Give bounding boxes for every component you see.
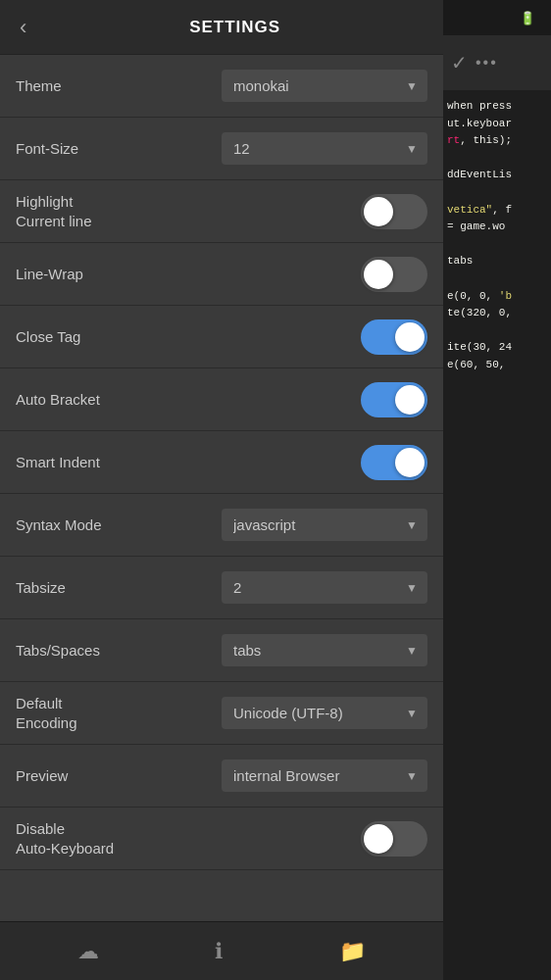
toggle-thumb xyxy=(395,448,425,477)
code-line: tabs xyxy=(447,253,547,270)
code-line: ite(30, 24 xyxy=(447,339,547,357)
setting-label-disable-auto-keyboard: DisableAuto-Keyboard xyxy=(16,819,192,858)
theme-dropdown-wrapper: monokai solarized tomorrow cobalt ▼ xyxy=(222,70,427,102)
code-line: ddEventLis xyxy=(447,167,547,184)
status-bar-right: 🔋 xyxy=(520,11,535,25)
setting-label-highlight-current-line: HighlightCurrent line xyxy=(16,192,192,230)
theme-dropdown[interactable]: monokai solarized tomorrow cobalt xyxy=(222,70,427,102)
setting-control-highlight-current-line xyxy=(192,194,427,229)
preview-dropdown-wrapper: internal Browser Safari ▼ xyxy=(222,760,427,792)
settings-header: ‹ SETTINGS xyxy=(0,0,443,55)
code-editor-panel: ✓ ••• when press ut.keyboar rt, this); d… xyxy=(443,35,551,980)
tabsize-dropdown-wrapper: 2 4 8 ▼ xyxy=(222,571,427,604)
setting-row-disable-auto-keyboard: DisableAuto-Keyboard xyxy=(0,808,443,870)
setting-row-close-tag: Close Tag xyxy=(0,306,443,368)
battery-icon: 🔋 xyxy=(520,11,535,25)
setting-label-preview: Preview xyxy=(16,766,192,786)
close-tag-toggle[interactable] xyxy=(361,319,427,355)
setting-control-close-tag xyxy=(192,319,427,355)
setting-control-tabsize: 2 4 8 ▼ xyxy=(192,571,427,604)
setting-control-auto-bracket xyxy=(192,382,427,417)
folder-icon[interactable]: 📁 xyxy=(339,939,366,964)
setting-row-syntax-mode: Syntax Mode javascript html css php pyth… xyxy=(0,494,443,557)
settings-panel: ‹ SETTINGS Theme monokai solarized tomor… xyxy=(0,0,443,980)
code-line: te(320, 0, xyxy=(447,305,547,322)
code-line: rt, this); xyxy=(447,132,547,150)
tabs-spaces-dropdown-wrapper: tabs spaces ▼ xyxy=(222,634,427,666)
setting-control-default-encoding: Unicode (UTF-8) ASCII ISO-8859-1 ▼ xyxy=(192,697,427,729)
setting-row-preview: Preview internal Browser Safari ▼ xyxy=(0,745,443,808)
setting-control-tabs-spaces: tabs spaces ▼ xyxy=(192,634,427,666)
setting-row-auto-bracket: Auto Bracket xyxy=(0,368,443,431)
preview-dropdown[interactable]: internal Browser Safari xyxy=(222,760,427,792)
code-editor-header: ✓ ••• xyxy=(443,35,551,90)
line-wrap-toggle[interactable] xyxy=(361,257,427,292)
default-encoding-dropdown[interactable]: Unicode (UTF-8) ASCII ISO-8859-1 xyxy=(222,697,427,729)
code-line xyxy=(447,236,547,254)
setting-label-syntax-mode: Syntax Mode xyxy=(16,515,192,535)
setting-row-default-encoding: DefaultEncoding Unicode (UTF-8) ASCII IS… xyxy=(0,682,443,745)
tabsize-dropdown[interactable]: 2 4 8 xyxy=(222,571,427,604)
setting-control-smart-indent xyxy=(192,445,427,480)
setting-row-highlight-current-line: HighlightCurrent line xyxy=(0,180,443,243)
setting-label-font-size: Font-Size xyxy=(16,139,192,159)
cloud-icon[interactable]: ☁ xyxy=(77,939,99,964)
setting-label-default-encoding: DefaultEncoding xyxy=(16,694,192,732)
default-encoding-dropdown-wrapper: Unicode (UTF-8) ASCII ISO-8859-1 ▼ xyxy=(222,697,427,729)
settings-list: Theme monokai solarized tomorrow cobalt … xyxy=(0,55,443,921)
toggle-thumb xyxy=(364,197,393,226)
toggle-thumb xyxy=(395,322,425,352)
setting-label-close-tag: Close Tag xyxy=(16,327,192,347)
setting-control-font-size: 10 11 12 13 14 ▼ xyxy=(192,132,427,165)
bottom-toolbar: ☁ ℹ 📁 xyxy=(0,921,443,980)
code-line: ut.keyboar xyxy=(447,116,547,133)
setting-label-line-wrap: Line-Wrap xyxy=(16,265,192,284)
toggle-thumb xyxy=(395,385,425,415)
code-line: e(60, 50, xyxy=(447,357,547,374)
setting-row-smart-indent: Smart Indent xyxy=(0,431,443,494)
back-button[interactable]: ‹ xyxy=(16,11,30,44)
info-icon[interactable]: ℹ xyxy=(215,939,223,964)
setting-label-tabsize: Tabsize xyxy=(16,578,192,598)
setting-row-tabs-spaces: Tabs/Spaces tabs spaces ▼ xyxy=(0,619,443,682)
setting-row-theme: Theme monokai solarized tomorrow cobalt … xyxy=(0,55,443,118)
setting-row-tabsize: Tabsize 2 4 8 ▼ xyxy=(0,557,443,619)
tabs-spaces-dropdown[interactable]: tabs spaces xyxy=(222,634,427,666)
more-options-icon: ••• xyxy=(476,54,498,72)
setting-label-theme: Theme xyxy=(16,76,192,96)
code-line: = game.wo xyxy=(447,219,547,236)
toggle-thumb xyxy=(364,260,393,289)
syntax-mode-dropdown[interactable]: javascript html css php python xyxy=(222,509,427,541)
syntax-mode-dropdown-wrapper: javascript html css php python ▼ xyxy=(222,509,427,541)
setting-control-syntax-mode: javascript html css php python ▼ xyxy=(192,509,427,541)
code-line xyxy=(447,184,547,202)
code-line xyxy=(447,150,547,168)
highlight-current-line-toggle[interactable] xyxy=(361,194,427,229)
smart-indent-toggle[interactable] xyxy=(361,445,427,480)
checkmark-icon: ✓ xyxy=(451,51,468,74)
setting-row-font-size: Font-Size 10 11 12 13 14 ▼ xyxy=(0,118,443,180)
setting-control-theme: monokai solarized tomorrow cobalt ▼ xyxy=(192,70,427,102)
font-size-dropdown-wrapper: 10 11 12 13 14 ▼ xyxy=(222,132,427,165)
toggle-thumb xyxy=(364,824,393,854)
code-line: when press xyxy=(447,98,547,116)
settings-title: SETTINGS xyxy=(42,18,427,37)
setting-control-disable-auto-keyboard xyxy=(192,821,427,857)
code-line xyxy=(447,322,547,340)
setting-label-smart-indent: Smart Indent xyxy=(16,453,192,472)
setting-label-auto-bracket: Auto Bracket xyxy=(16,390,192,410)
setting-row-line-wrap: Line-Wrap xyxy=(0,243,443,306)
setting-control-line-wrap xyxy=(192,257,427,292)
setting-label-tabs-spaces: Tabs/Spaces xyxy=(16,641,192,661)
code-content: when press ut.keyboar rt, this); ddEvent… xyxy=(443,90,551,382)
auto-bracket-toggle[interactable] xyxy=(361,382,427,417)
code-line: vetica", f xyxy=(447,202,547,220)
code-line xyxy=(447,270,547,288)
disable-auto-keyboard-toggle[interactable] xyxy=(361,821,427,857)
setting-control-preview: internal Browser Safari ▼ xyxy=(192,760,427,792)
font-size-dropdown[interactable]: 10 11 12 13 14 xyxy=(222,132,427,165)
code-line: e(0, 0, 'b xyxy=(447,288,547,306)
